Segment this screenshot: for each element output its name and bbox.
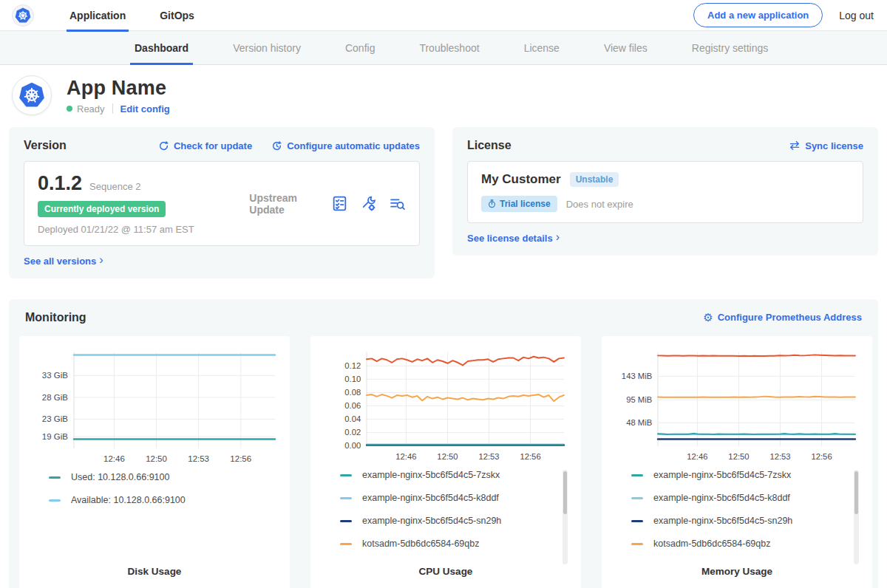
svg-text:0.04: 0.04 xyxy=(344,414,361,423)
nav-tab-gitops[interactable]: GitOps xyxy=(157,0,197,31)
nav-tab-application[interactable]: Application xyxy=(67,0,129,31)
legend-item: example-nginx-5bc6f5d4c5-sn29h xyxy=(631,516,847,526)
legend-label: example-nginx-5bc6f5d4c5-7zskx xyxy=(362,470,500,480)
edit-config-link[interactable]: Edit config xyxy=(120,103,170,114)
config-wrench-icon[interactable] xyxy=(360,195,377,212)
legend-label: example-nginx-5bc6f5d4c5-k8ddf xyxy=(362,493,499,503)
chart-card-memory-usage: 48 MiB95 MiB143 MiB12:4612:5012:5312:56e… xyxy=(602,336,872,588)
chart-legend: example-nginx-5bc6f5d4c5-7zskxexample-ng… xyxy=(340,470,572,561)
clock-refresh-icon xyxy=(271,140,282,151)
license-expiry-text: Does not expire xyxy=(566,199,633,210)
chart-title: Memory Usage xyxy=(611,561,863,583)
legend-scrollbar[interactable] xyxy=(854,470,859,564)
check-for-update-link[interactable]: Check for update xyxy=(158,140,252,151)
svg-text:12:46: 12:46 xyxy=(395,452,416,461)
deployed-timestamp: Deployed 01/21/22 @ 11:57 am EST xyxy=(38,224,249,235)
refresh-icon xyxy=(158,140,169,151)
svg-text:23 GiB: 23 GiB xyxy=(42,414,68,423)
tab-config[interactable]: Config xyxy=(341,31,379,64)
svg-text:95 MiB: 95 MiB xyxy=(626,395,652,404)
see-license-details-link[interactable]: See license details › xyxy=(467,232,863,244)
monitoring-title: Monitoring xyxy=(25,311,86,324)
svg-text:0.08: 0.08 xyxy=(344,388,361,397)
currently-deployed-badge: Currently deployed version xyxy=(38,201,166,217)
scrollbar-thumb[interactable] xyxy=(854,471,858,514)
legend-item: example-nginx-5bc6f5d4c5-7zskx xyxy=(340,470,556,480)
svg-text:12:53: 12:53 xyxy=(769,452,790,461)
svg-text:12:56: 12:56 xyxy=(230,454,251,463)
legend-item: example-nginx-5bc6f5d4c5-k8ddf xyxy=(631,493,847,503)
see-all-versions-link[interactable]: See all versions › xyxy=(24,255,420,267)
svg-text:0.10: 0.10 xyxy=(344,375,361,383)
svg-text:143 MiB: 143 MiB xyxy=(622,372,652,380)
chart-title: CPU Usage xyxy=(319,561,572,583)
version-source-label: Upstream Update xyxy=(249,192,331,216)
logout-button[interactable]: Log out xyxy=(839,10,874,21)
tab-troubleshoot[interactable]: Troubleshoot xyxy=(415,31,483,64)
line-chart[interactable]: 48 MiB95 MiB143 MiB12:4612:5012:5312:56 xyxy=(611,346,863,462)
deploy-logs-icon[interactable] xyxy=(389,195,406,212)
svg-text:12:50: 12:50 xyxy=(437,452,458,461)
legend-color-dash xyxy=(631,474,643,476)
legend-label: kotsadm-5db6dc6584-69qbz xyxy=(362,539,479,549)
preflight-checklist-icon[interactable] xyxy=(331,195,348,212)
version-sequence: Sequence 2 xyxy=(89,181,140,192)
top-nav: Application GitOps Add a new application… xyxy=(0,0,887,31)
license-details-row: My Customer Unstable Trial license Does … xyxy=(467,161,863,223)
svg-text:12:50: 12:50 xyxy=(146,454,167,463)
kubernetes-logo-icon[interactable] xyxy=(12,4,34,27)
svg-text:12:46: 12:46 xyxy=(687,452,707,461)
legend-color-dash xyxy=(631,497,643,499)
line-chart[interactable]: 0.000.020.040.060.080.100.1212:4612:5012… xyxy=(319,346,572,462)
scrollbar-thumb[interactable] xyxy=(563,471,567,514)
page-title: App Name xyxy=(67,77,170,100)
tab-registry-settings[interactable]: Registry settings xyxy=(687,31,772,64)
tab-version-history[interactable]: Version history xyxy=(228,31,305,64)
monitoring-section: Monitoring ⚙ Configure Prometheus Addres… xyxy=(9,299,878,588)
tab-license[interactable]: License xyxy=(520,31,564,64)
svg-text:0.00: 0.00 xyxy=(344,441,361,450)
stopwatch-icon xyxy=(488,199,496,208)
chart-legend: example-nginx-5bc6f5d4c5-7zskxexample-ng… xyxy=(631,470,863,561)
legend-scrollbar[interactable] xyxy=(563,470,568,564)
tab-dashboard[interactable]: Dashboard xyxy=(130,31,193,64)
line-chart[interactable]: 19 GiB23 GiB28 GiB33 GiB12:4612:5012:531… xyxy=(28,346,281,465)
app-header: App Name Ready Edit config xyxy=(0,65,887,123)
chart-legend: Used: 10.128.0.66:9100Available: 10.128.… xyxy=(49,472,281,561)
svg-text:19 GiB: 19 GiB xyxy=(42,432,68,441)
legend-item: kotsadm-5db6dc6584-69qbz xyxy=(631,539,847,549)
version-number: 0.1.2 xyxy=(38,172,82,195)
legend-item: Available: 10.128.0.66:9100 xyxy=(49,495,265,505)
license-card-title: License xyxy=(467,139,512,152)
configure-automatic-updates-link[interactable]: Configure automatic updates xyxy=(271,140,420,151)
add-application-button[interactable]: Add a new application xyxy=(693,3,823,27)
svg-text:12:56: 12:56 xyxy=(811,452,832,461)
svg-text:12:53: 12:53 xyxy=(478,452,499,461)
chevron-right-icon: › xyxy=(99,254,103,266)
legend-label: Used: 10.128.0.66:9100 xyxy=(71,472,169,482)
legend-label: example-nginx-5bc6f5d4c5-k8ddf xyxy=(653,493,790,503)
chart-title: Disk Usage xyxy=(28,561,281,583)
sync-license-link[interactable]: Sync license xyxy=(789,140,863,151)
app-avatar xyxy=(12,75,52,115)
license-card: License Sync license My Customer Unstabl… xyxy=(452,127,878,256)
legend-label: example-nginx-5bc6f5d4c5-sn29h xyxy=(362,516,501,526)
tab-view-files[interactable]: View files xyxy=(599,31,652,64)
current-version-row: 0.1.2 Sequence 2 Currently deployed vers… xyxy=(24,161,420,246)
legend-item: Used: 10.128.0.66:9100 xyxy=(49,472,265,482)
divider xyxy=(112,103,113,114)
configure-prometheus-link[interactable]: ⚙ Configure Prometheus Address xyxy=(703,312,862,323)
svg-text:12:53: 12:53 xyxy=(188,454,209,463)
chart-card-disk-usage: 19 GiB23 GiB28 GiB33 GiB12:4612:5012:531… xyxy=(19,336,290,588)
legend-color-dash xyxy=(631,543,643,545)
svg-text:0.02: 0.02 xyxy=(344,428,361,437)
legend-label: Available: 10.128.0.66:9100 xyxy=(71,495,186,505)
legend-label: example-nginx-5bc6f5d4c5-sn29h xyxy=(653,516,792,526)
legend-color-dash xyxy=(49,499,61,502)
svg-text:0.06: 0.06 xyxy=(344,401,361,410)
legend-item: example-nginx-5bc6f5d4c5-sn29h xyxy=(340,516,556,526)
svg-text:28 GiB: 28 GiB xyxy=(42,393,68,402)
svg-text:12:56: 12:56 xyxy=(520,452,540,461)
legend-color-dash xyxy=(340,543,352,545)
channel-badge: Unstable xyxy=(570,172,619,187)
